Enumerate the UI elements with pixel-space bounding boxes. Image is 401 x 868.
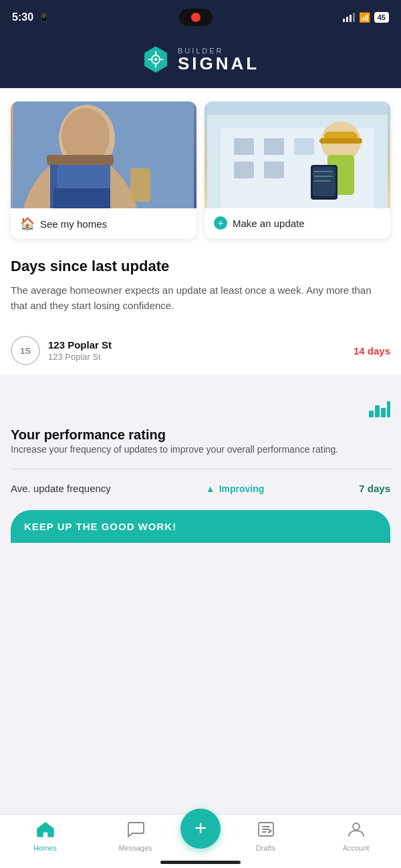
see-my-homes-label: 🏠 See my homes [11,208,196,239]
svg-rect-33 [369,411,374,417]
app-header: BUILDER SIGNAL [0,33,401,88]
property-name: 123 Poplar St [48,339,346,351]
bottom-nav: Homes Messages + Drafts Accoun [0,814,401,868]
account-nav-icon [348,821,365,841]
make-an-update-card[interactable]: + Make an update [205,101,390,239]
svg-rect-23 [264,162,284,178]
drafts-nav-icon [257,821,275,841]
perf-desc: Increase your frequency of updates to im… [11,443,390,457]
nav-drafts[interactable]: Drafts [221,821,311,852]
home-icon: 🏠 [20,216,35,231]
svg-rect-35 [381,408,386,417]
status-bar: 5:30 📱 📶 45 [0,0,401,33]
days-since-section: Days since last update The average homeo… [11,258,390,375]
homes-card-image [11,101,196,208]
logo-icon [142,45,170,73]
svg-rect-34 [375,405,380,417]
svg-rect-22 [234,162,254,178]
status-time: 5:30 [12,11,33,23]
logo-signal-label: SIGNAL [178,55,259,72]
perf-title: Your performance rating [11,427,390,443]
action-cards: 🏠 See my homes [11,101,390,239]
svg-rect-20 [264,138,284,155]
nav-account[interactable]: Account [311,821,401,852]
svg-rect-19 [234,138,254,155]
performance-section: Your performance rating Increase your fr… [0,385,401,543]
property-avatar: 1S [11,336,40,365]
drafts-nav-label: Drafts [256,844,275,852]
account-nav-label: Account [343,844,370,852]
svg-rect-21 [294,138,314,155]
svg-rect-14 [130,168,150,202]
perf-metric-value: 7 days [359,483,390,494]
days-since-title: Days since last update [11,258,390,275]
status-right: 📶 45 [343,12,389,23]
property-info: 123 Poplar St 123 Poplar St [48,339,346,362]
wifi-icon: 📶 [359,12,370,23]
perf-metric-row: Ave. update frequency ▲ Improving 7 days [11,479,390,503]
make-update-label: + Make an update [205,208,390,238]
status-center-pill [179,9,213,26]
add-icon: + [194,817,207,839]
record-dot [191,13,200,22]
homes-nav-label: Homes [33,844,57,852]
banner-text: KEEP UP THE GOOD WORK! [24,521,377,532]
nav-messages[interactable]: Messages [90,821,180,852]
logo-text: BUILDER SIGNAL [178,47,259,72]
perf-metric-label: Ave. update frequency [11,483,111,494]
svg-rect-36 [387,401,390,417]
plus-circle-icon: + [214,216,227,230]
perf-metric-center: ▲ Improving [206,483,265,494]
svg-point-2 [154,58,157,61]
battery-badge: 45 [374,12,389,23]
banner-section: KEEP UP THE GOOD WORK! [11,510,390,543]
svg-rect-13 [47,155,114,165]
property-days: 14 days [354,345,390,357]
nav-homes[interactable]: Homes [0,821,90,852]
days-since-desc: The average homeowner expects an update … [11,283,390,313]
homes-nav-icon [37,821,54,841]
chart-icon [369,399,390,422]
perf-header [11,399,390,422]
status-time-area: 5:30 📱 [12,11,49,23]
messages-nav-label: Messages [118,844,152,852]
nav-add-button[interactable]: + [180,809,221,849]
improving-status: Improving [219,483,265,494]
svg-point-38 [353,823,360,830]
messages-nav-icon [127,821,144,841]
perf-divider [11,469,390,469]
home-indicator [160,861,241,864]
main-content: 🏠 See my homes [0,88,401,375]
improving-arrow-icon: ▲ [206,483,215,494]
svg-rect-15 [53,188,110,208]
sim-icon: 📱 [39,13,49,23]
property-address: 123 Poplar St [48,352,346,362]
svg-rect-26 [319,138,362,144]
see-my-homes-card[interactable]: 🏠 See my homes [11,101,196,239]
signal-bars-icon [343,13,355,22]
update-card-image [205,101,390,208]
property-row[interactable]: 1S 123 Poplar St 123 Poplar St 14 days [11,327,390,375]
